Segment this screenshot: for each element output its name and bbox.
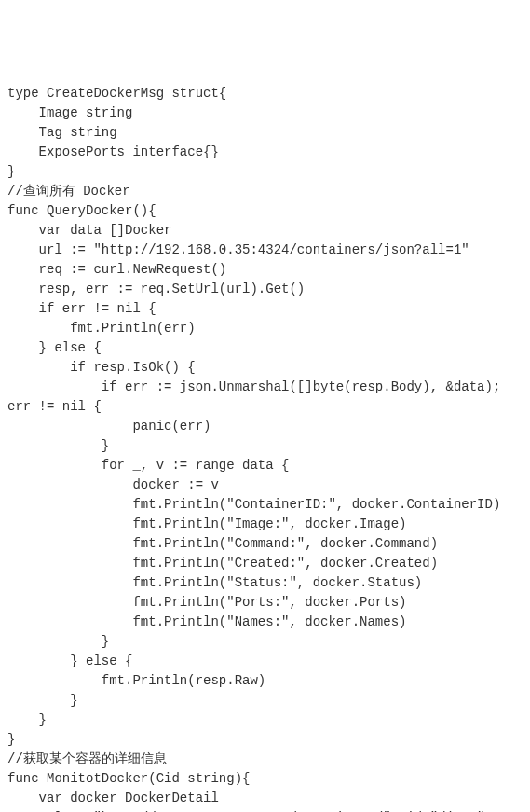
code-line: resp, err := req.SetUrl(url).Get(): [7, 280, 523, 299]
code-line: }: [7, 436, 523, 456]
code-line: var data []Docker: [7, 221, 523, 241]
code-line: func QueryDocker(){: [7, 201, 523, 221]
code-line: }: [7, 632, 523, 652]
code-line: docker := v: [7, 475, 523, 495]
code-line: }: [7, 162, 523, 182]
code-line: }: [7, 691, 523, 710]
code-line: //获取某个容器的详细信息: [7, 750, 523, 769]
code-line: for _, v := range data {: [7, 456, 523, 475]
code-line: Tag string: [7, 123, 523, 143]
code-line: }: [7, 710, 523, 730]
code-line: req := curl.NewRequest(): [7, 260, 523, 280]
code-line: panic(err): [7, 417, 523, 436]
code-line: if resp.IsOk() {: [7, 358, 523, 378]
code-line: var docker DockerDetail: [7, 789, 523, 808]
code-line: url := "http://192.168.0.35:4324/contain…: [7, 808, 523, 812]
code-line: fmt.Println("Command:", docker.Command): [7, 534, 523, 554]
code-line: url := "http://192.168.0.35:4324/contain…: [7, 241, 523, 260]
code-line: //查询所有 Docker: [7, 182, 523, 201]
code-line: fmt.Println(err): [7, 319, 523, 338]
code-line: if err := json.Unmarshal([]byte(resp.Bod…: [7, 378, 523, 397]
code-line: Image string: [7, 103, 523, 123]
code-line: } else {: [7, 338, 523, 358]
code-line: type CreateDockerMsg struct{: [7, 84, 523, 103]
code-line: ExposePorts interface{}: [7, 143, 523, 162]
code-block: type CreateDockerMsg struct{ Image strin…: [7, 84, 523, 812]
code-line: fmt.Println("Ports:", docker.Ports): [7, 593, 523, 612]
code-line: fmt.Println("Created:", docker.Created): [7, 554, 523, 573]
code-line: func MonitotDocker(Cid string){: [7, 769, 523, 789]
code-line: fmt.Println("Image:", docker.Image): [7, 515, 523, 534]
code-line: err != nil {: [7, 397, 523, 417]
code-line: if err != nil {: [7, 299, 523, 319]
code-line: fmt.Println("Names:", docker.Names): [7, 612, 523, 632]
code-line: fmt.Println("ContainerID:", docker.Conta…: [7, 495, 523, 515]
code-line: fmt.Println(resp.Raw): [7, 671, 523, 691]
code-line: } else {: [7, 652, 523, 671]
code-line: }: [7, 730, 523, 750]
code-line: fmt.Println("Status:", docker.Status): [7, 573, 523, 593]
